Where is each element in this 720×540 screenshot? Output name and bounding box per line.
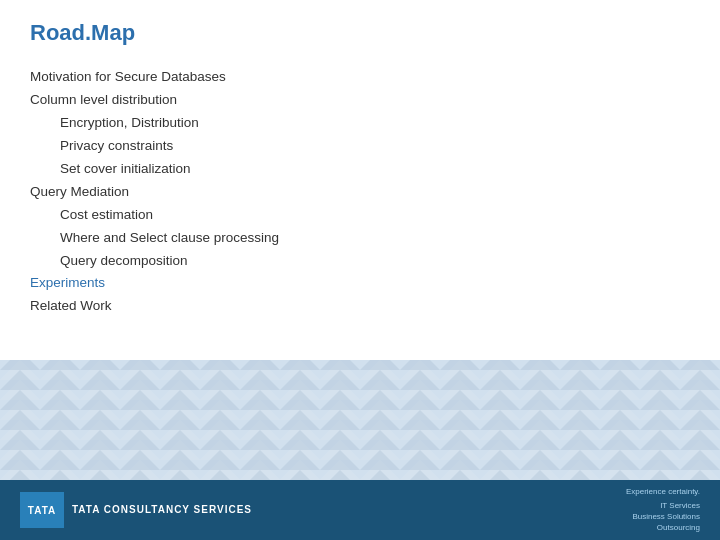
outline-item-9: Query decomposition	[60, 250, 690, 273]
outline-item-1: Motivation for Secure Databases	[30, 66, 690, 89]
footer-tagline: Experience certainty.	[626, 487, 700, 496]
outline-item-2: Column level distribution	[30, 89, 690, 112]
tata-logo-box: TATA	[20, 492, 64, 528]
outline-item-7: Cost estimation	[60, 204, 690, 227]
wave-decoration	[0, 360, 720, 480]
footer-logo-area: TATA TATA CONSULTANCY SERVICES	[20, 492, 252, 528]
footer-services: IT ServicesBusiness SolutionsOutsourcing	[632, 500, 700, 534]
outline-item-3: Encryption, Distribution	[60, 112, 690, 135]
svg-rect-5	[0, 360, 720, 480]
outline-item-5: Set cover initialization	[60, 158, 690, 181]
outline-item-6: Query Mediation	[30, 181, 690, 204]
tata-logo-text: TATA	[28, 505, 56, 516]
footer: TATA TATA CONSULTANCY SERVICES Experienc…	[0, 480, 720, 540]
outline-item-8: Where and Select clause processing	[60, 227, 690, 250]
outline-item-experiments: Experiments	[30, 272, 690, 295]
outline-item-related-work: Related Work	[30, 295, 690, 318]
outline-list: Motivation for Secure Databases Column l…	[30, 66, 690, 318]
footer-right: Experience certainty. IT ServicesBusines…	[626, 487, 700, 534]
outline-item-4: Privacy constraints	[60, 135, 690, 158]
main-content: Road.Map Motivation for Secure Databases…	[0, 0, 720, 390]
page-title: Road.Map	[30, 20, 690, 46]
company-name: TATA CONSULTANCY SERVICES	[72, 503, 252, 517]
